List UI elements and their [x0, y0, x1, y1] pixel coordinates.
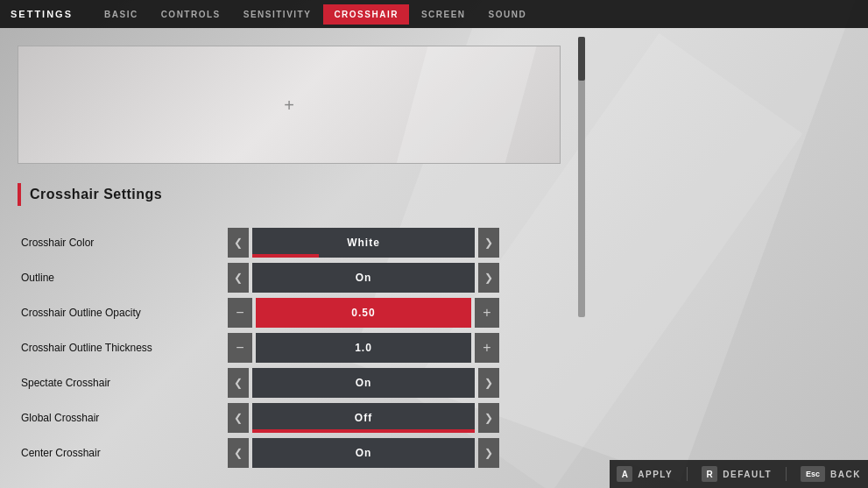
minus-btn-opacity[interactable]: −: [228, 298, 252, 328]
arrow-right-spectate[interactable]: ❯: [478, 368, 499, 398]
value-crosshair-color: White: [252, 228, 475, 258]
default-label: DEFAULT: [723, 470, 772, 479]
control-global-crosshair: ❮ Off ❯: [228, 403, 499, 433]
value-spectate-crosshair: On: [252, 368, 475, 398]
label-crosshair-color: Crosshair Color: [18, 237, 228, 249]
control-outline-opacity: − 0.50 +: [228, 298, 499, 328]
value-text-spectate: On: [356, 377, 372, 389]
control-outline: ❮ On ❯: [228, 263, 499, 293]
control-center-crosshair: ❮ On ❯: [228, 438, 499, 468]
top-navigation-bar: SETTINGS BASIC CONTROLS SENSITIVITY CROS…: [0, 0, 868, 28]
setting-row-crosshair-color: Crosshair Color ❮ White ❯: [18, 225, 561, 260]
preview-panel: + Crosshair Settings Crosshair Color ❮ W…: [0, 28, 578, 488]
tab-screen[interactable]: SCREEN: [411, 4, 476, 25]
crosshair-preview-box: +: [18, 46, 561, 164]
arrow-right-outline[interactable]: ❯: [478, 263, 499, 293]
value-outline: On: [252, 263, 475, 293]
value-text-center: On: [356, 447, 372, 459]
arrow-left-spectate[interactable]: ❮: [228, 368, 249, 398]
main-content: + Crosshair Settings Crosshair Color ❮ W…: [0, 28, 868, 488]
control-outline-thickness: − 1.0 +: [228, 333, 499, 363]
crosshair-preview-symbol: +: [284, 96, 294, 114]
bottom-action-bar: A APPLY R DEFAULT Esc BACK: [610, 460, 868, 488]
section-title: Crosshair Settings: [30, 187, 162, 202]
value-text-crosshair-color: White: [347, 237, 380, 249]
separator-1: [687, 467, 688, 481]
apply-key: A: [617, 466, 632, 482]
nav-tabs: BASIC CONTROLS SENSITIVITY CROSSHAIR SCR…: [94, 4, 537, 25]
separator-2: [786, 467, 787, 481]
label-outline-thickness: Crosshair Outline Thickness: [18, 342, 228, 354]
setting-row-spectate-crosshair: Spectate Crosshair ❮ On ❯: [18, 365, 561, 400]
label-center-crosshair: Center Crosshair: [18, 447, 228, 459]
scrollbar-thumb[interactable]: [578, 37, 585, 81]
arrow-right-center[interactable]: ❯: [478, 438, 499, 468]
section-title-bar: Crosshair Settings: [18, 176, 561, 213]
settings-list: Crosshair Color ❮ White ❯ Outline ❮: [18, 225, 561, 470]
apply-label: APPLY: [638, 470, 673, 479]
default-key: R: [702, 466, 717, 482]
arrow-left-outline[interactable]: ❮: [228, 263, 249, 293]
back-button[interactable]: Esc BACK: [801, 466, 861, 482]
tab-controls[interactable]: CONTROLS: [151, 4, 231, 25]
tab-sound[interactable]: SOUND: [478, 4, 538, 25]
arrow-right-global[interactable]: ❯: [478, 403, 499, 433]
plus-btn-thickness[interactable]: +: [475, 333, 499, 363]
arrow-right-crosshair-color[interactable]: ❯: [478, 228, 499, 258]
arrow-left-crosshair-color[interactable]: ❮: [228, 228, 249, 258]
value-text-global: Off: [355, 412, 372, 424]
back-key: Esc: [801, 466, 825, 482]
scrollbar-track[interactable]: [578, 37, 585, 317]
plus-btn-opacity[interactable]: +: [475, 298, 499, 328]
control-spectate-crosshair: ❮ On ❯: [228, 368, 499, 398]
value-text-thickness: 1.0: [355, 342, 372, 354]
page-title: SETTINGS: [11, 9, 73, 19]
setting-row-global-crosshair: Global Crosshair ❮ Off ❯: [18, 400, 561, 435]
setting-row-outline-opacity: Crosshair Outline Opacity − 0.50 +: [18, 295, 561, 330]
tab-basic[interactable]: BASIC: [94, 4, 149, 25]
value-outline-opacity[interactable]: 0.50: [256, 298, 471, 328]
label-spectate-crosshair: Spectate Crosshair: [18, 377, 228, 389]
tab-sensitivity[interactable]: SENSITIVITY: [233, 4, 322, 25]
apply-button[interactable]: A APPLY: [617, 466, 673, 482]
arrow-left-center[interactable]: ❮: [228, 438, 249, 468]
value-text-outline: On: [356, 272, 372, 284]
minus-btn-thickness[interactable]: −: [228, 333, 252, 363]
setting-row-outline-thickness: Crosshair Outline Thickness − 1.0 +: [18, 330, 561, 365]
label-outline-opacity: Crosshair Outline Opacity: [18, 307, 228, 319]
default-button[interactable]: R DEFAULT: [702, 466, 772, 482]
value-text-opacity: 0.50: [351, 307, 375, 319]
section-accent-bar: [18, 183, 21, 206]
setting-row-outline: Outline ❮ On ❯: [18, 260, 561, 295]
value-global-crosshair: Off: [252, 403, 475, 433]
tab-crosshair[interactable]: CROSSHAIR: [323, 4, 409, 25]
label-outline: Outline: [18, 272, 228, 284]
value-outline-thickness: 1.0: [256, 333, 471, 363]
setting-row-center-crosshair: Center Crosshair ❮ On ❯: [18, 435, 561, 470]
back-label: BACK: [830, 470, 861, 479]
value-center-crosshair: On: [252, 438, 475, 468]
arrow-left-global[interactable]: ❮: [228, 403, 249, 433]
label-global-crosshair: Global Crosshair: [18, 412, 228, 424]
control-crosshair-color: ❮ White ❯: [228, 228, 499, 258]
